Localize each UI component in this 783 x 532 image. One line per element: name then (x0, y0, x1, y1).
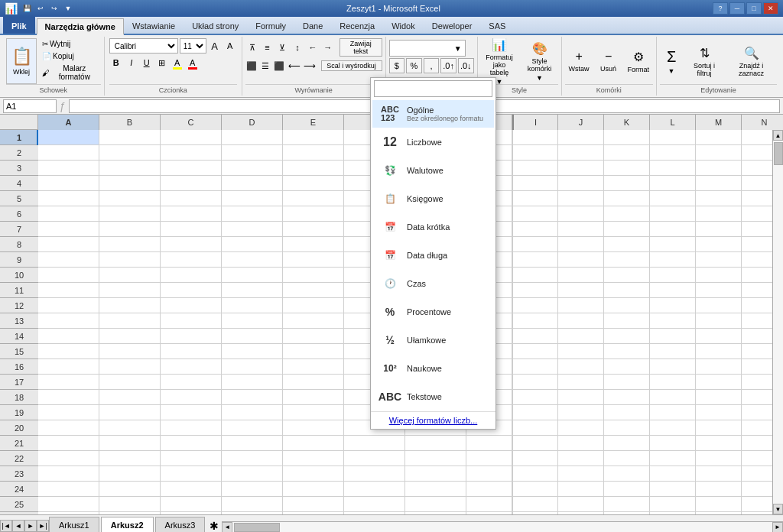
grid-cell[interactable] (742, 420, 772, 436)
grid-cell[interactable] (99, 451, 161, 466)
col-header-i[interactable]: I (512, 115, 558, 130)
grid-cell[interactable] (283, 344, 344, 359)
text-direction-button[interactable]: ↕ (291, 40, 304, 55)
grid-cell[interactable] (161, 161, 222, 176)
grid-cell[interactable] (38, 482, 99, 497)
grid-cell[interactable] (512, 283, 558, 298)
row-header-7[interactable]: 7 (0, 222, 38, 237)
grid-cell[interactable] (650, 482, 696, 497)
tab-formulas[interactable]: Formuły (247, 17, 294, 34)
grid-cell[interactable] (222, 130, 283, 145)
grid-cell[interactable] (650, 405, 696, 420)
sheet-nav-next[interactable]: ► (24, 520, 37, 532)
grid-cell[interactable] (222, 298, 283, 313)
row-header-17[interactable]: 17 (0, 375, 38, 390)
grid-cell[interactable] (604, 283, 650, 298)
grid-cell[interactable] (405, 466, 466, 482)
grid-cell[interactable] (696, 466, 742, 482)
number-format-box[interactable]: ▼ (389, 40, 466, 57)
grid-cell[interactable] (161, 176, 222, 191)
align-center-button[interactable]: ☰ (259, 58, 271, 73)
grid-cell[interactable] (604, 222, 650, 237)
grid-cell[interactable] (161, 390, 222, 405)
grid-cell[interactable] (558, 237, 604, 252)
grid-cell[interactable] (99, 405, 161, 420)
grid-cell[interactable] (283, 482, 344, 497)
grid-cell[interactable] (558, 283, 604, 298)
grid-cell[interactable] (283, 268, 344, 283)
grid-cell[interactable] (512, 176, 558, 191)
grid-cell[interactable] (604, 466, 650, 482)
format-item-date-long[interactable]: 📅Data długa (372, 242, 494, 269)
paste-button[interactable]: 📋 Wklej (6, 38, 37, 84)
cell-reference-box[interactable]: A1 (3, 99, 57, 113)
grid-cell[interactable] (283, 451, 344, 466)
indent-decrease-button[interactable]: ← (306, 40, 320, 55)
row-header-11[interactable]: 11 (0, 283, 38, 298)
grid-cell[interactable] (742, 237, 772, 252)
row-header-24[interactable]: 24 (0, 482, 38, 497)
grid-cell[interactable] (650, 268, 696, 283)
format-button[interactable]: ⚙ Format (624, 38, 654, 84)
grid-cell[interactable] (696, 161, 742, 176)
col-header-n[interactable]: N (742, 115, 783, 130)
format-item-percent[interactable]: %Procentowe (372, 298, 494, 326)
grid-cell[interactable] (604, 390, 650, 405)
grid-cell[interactable] (558, 222, 604, 237)
decrease-decimal-button[interactable]: .0↓ (458, 58, 474, 73)
grid-cell[interactable] (604, 237, 650, 252)
align-right-button[interactable]: ⬛ (273, 58, 285, 73)
grid-cell[interactable] (558, 268, 604, 283)
grid-cell[interactable] (344, 451, 405, 466)
grid-cell[interactable] (38, 497, 99, 512)
grid-cell[interactable] (742, 375, 772, 390)
increase-decimal-button[interactable]: .0↑ (440, 58, 456, 73)
grid-cell[interactable] (99, 466, 161, 482)
grid-cell[interactable] (650, 436, 696, 451)
grid-cell[interactable] (161, 283, 222, 298)
grid-cell[interactable] (604, 176, 650, 191)
grid-cell[interactable] (99, 436, 161, 451)
grid-cell[interactable] (650, 130, 696, 145)
grid-cell[interactable] (650, 161, 696, 176)
comma-button[interactable]: , (424, 58, 440, 73)
grid-cell[interactable] (222, 375, 283, 390)
row-header-4[interactable]: 4 (0, 176, 38, 191)
select-all-button[interactable] (0, 115, 38, 130)
sheet-nav-last[interactable]: ►| (37, 520, 49, 532)
grid-cell[interactable] (466, 466, 512, 482)
grid-cell[interactable] (512, 222, 558, 237)
grid-cell[interactable] (696, 237, 742, 252)
grid-cell[interactable] (222, 451, 283, 466)
grid-cell[interactable] (222, 497, 283, 512)
grid-cell[interactable] (512, 268, 558, 283)
grid-cell[interactable] (99, 344, 161, 359)
row-header-22[interactable]: 22 (0, 451, 38, 466)
tab-page-layout[interactable]: Układ strony (184, 17, 247, 34)
grid-cell[interactable] (558, 436, 604, 451)
grid-cell[interactable] (604, 130, 650, 145)
grid-cell[interactable] (742, 497, 772, 512)
align-bottom-button[interactable]: ⊻ (275, 40, 289, 55)
grid-cell[interactable] (222, 390, 283, 405)
format-item-currency[interactable]: 💱Walutowe (372, 157, 494, 184)
grid-cell[interactable] (512, 436, 558, 451)
italic-button[interactable]: I (125, 55, 138, 70)
grid-cell[interactable] (283, 497, 344, 512)
col-header-c[interactable]: C (161, 115, 222, 130)
grid-cell[interactable] (38, 176, 99, 191)
grid-cell[interactable] (99, 390, 161, 405)
grid-cell[interactable] (38, 466, 99, 482)
grid-cell[interactable] (283, 466, 344, 482)
grid-cell[interactable] (696, 313, 742, 329)
grid-cell[interactable] (650, 313, 696, 329)
grid-cell[interactable] (604, 497, 650, 512)
grid-cell[interactable] (283, 359, 344, 375)
format-painter-button[interactable]: 🖌 Malarz formatów (39, 63, 101, 83)
align-left-button[interactable]: ⬛ (245, 58, 258, 73)
tab-sas[interactable]: SAS (480, 17, 514, 34)
grid-cell[interactable] (38, 313, 99, 329)
grid-cell[interactable] (283, 375, 344, 390)
col-header-j[interactable]: J (558, 115, 604, 130)
find-select-button[interactable]: 🔍 Znajdź i zaznacz (726, 38, 777, 84)
